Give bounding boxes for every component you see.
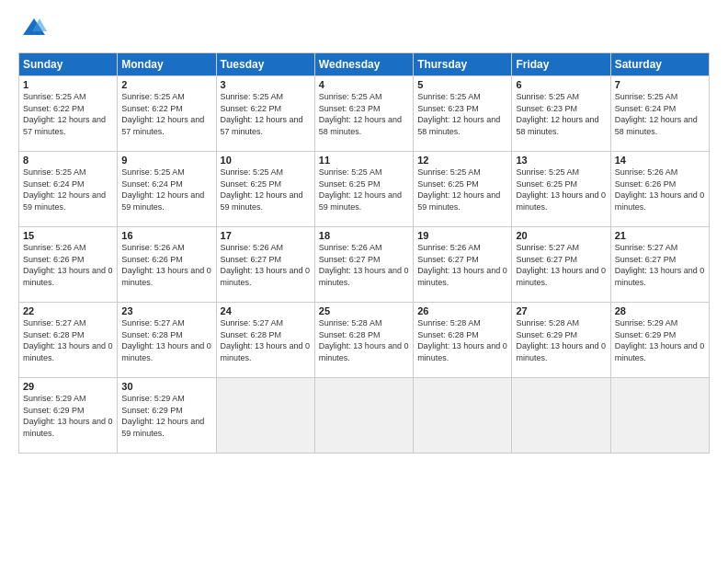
day-number: 14: [615, 155, 705, 166]
day-number: 15: [23, 230, 113, 241]
calendar-cell: 15Sunrise: 5:26 AM Sunset: 6:26 PM Dayli…: [19, 227, 118, 303]
cell-info: Sunrise: 5:26 AM Sunset: 6:26 PM Dayligh…: [615, 167, 705, 213]
day-number: 16: [121, 230, 211, 241]
calendar-cell: 19Sunrise: 5:26 AM Sunset: 6:27 PM Dayli…: [414, 227, 512, 303]
header-monday: Monday: [118, 53, 216, 76]
calendar-cell: [512, 378, 610, 454]
day-number: 30: [121, 381, 211, 392]
day-number: 23: [121, 305, 211, 316]
day-number: 6: [516, 79, 606, 90]
cell-info: Sunrise: 5:25 AM Sunset: 6:25 PM Dayligh…: [319, 167, 409, 213]
cell-info: Sunrise: 5:26 AM Sunset: 6:26 PM Dayligh…: [23, 242, 113, 288]
cell-info: Sunrise: 5:28 AM Sunset: 6:28 PM Dayligh…: [319, 317, 409, 363]
cell-info: Sunrise: 5:25 AM Sunset: 6:23 PM Dayligh…: [319, 91, 409, 137]
day-number: 5: [417, 79, 507, 90]
week-row-2: 15Sunrise: 5:26 AM Sunset: 6:26 PM Dayli…: [19, 227, 710, 303]
cell-info: Sunrise: 5:26 AM Sunset: 6:26 PM Dayligh…: [121, 242, 211, 288]
cell-info: Sunrise: 5:26 AM Sunset: 6:27 PM Dayligh…: [221, 242, 311, 288]
calendar-cell: 13Sunrise: 5:25 AM Sunset: 6:25 PM Dayli…: [512, 152, 610, 227]
logo: [18, 15, 47, 45]
cell-info: Sunrise: 5:27 AM Sunset: 6:28 PM Dayligh…: [23, 317, 113, 363]
day-number: 13: [516, 155, 606, 166]
calendar-cell: 22Sunrise: 5:27 AM Sunset: 6:28 PM Dayli…: [19, 303, 118, 378]
header-tuesday: Tuesday: [216, 53, 314, 76]
day-number: 7: [615, 79, 705, 90]
calendar-cell: [610, 378, 709, 454]
cell-info: Sunrise: 5:29 AM Sunset: 6:29 PM Dayligh…: [121, 393, 211, 439]
calendar-cell: 8Sunrise: 5:25 AM Sunset: 6:24 PM Daylig…: [19, 152, 118, 227]
week-row-1: 8Sunrise: 5:25 AM Sunset: 6:24 PM Daylig…: [19, 152, 710, 227]
cell-info: Sunrise: 5:28 AM Sunset: 6:29 PM Dayligh…: [516, 317, 606, 363]
calendar-cell: 14Sunrise: 5:26 AM Sunset: 6:26 PM Dayli…: [610, 152, 709, 227]
day-number: 4: [319, 79, 409, 90]
day-number: 25: [319, 305, 409, 316]
cell-info: Sunrise: 5:26 AM Sunset: 6:27 PM Dayligh…: [319, 242, 409, 288]
cell-info: Sunrise: 5:27 AM Sunset: 6:27 PM Dayligh…: [615, 242, 705, 288]
header-saturday: Saturday: [610, 53, 709, 76]
day-number: 21: [615, 230, 705, 241]
calendar-cell: 27Sunrise: 5:28 AM Sunset: 6:29 PM Dayli…: [512, 303, 610, 378]
calendar-cell: 4Sunrise: 5:25 AM Sunset: 6:23 PM Daylig…: [314, 76, 413, 152]
cell-info: Sunrise: 5:25 AM Sunset: 6:22 PM Dayligh…: [121, 91, 211, 137]
cell-info: Sunrise: 5:25 AM Sunset: 6:24 PM Dayligh…: [121, 167, 211, 213]
day-number: 17: [221, 230, 311, 241]
day-number: 3: [221, 79, 311, 90]
calendar-table: Sunday Monday Tuesday Wednesday Thursday…: [18, 52, 710, 454]
days-header-row: Sunday Monday Tuesday Wednesday Thursday…: [19, 53, 710, 76]
calendar-cell: 26Sunrise: 5:28 AM Sunset: 6:28 PM Dayli…: [414, 303, 512, 378]
week-row-4: 29Sunrise: 5:29 AM Sunset: 6:29 PM Dayli…: [19, 378, 710, 454]
day-number: 2: [121, 79, 211, 90]
cell-info: Sunrise: 5:25 AM Sunset: 6:24 PM Dayligh…: [615, 91, 705, 137]
cell-info: Sunrise: 5:25 AM Sunset: 6:24 PM Dayligh…: [23, 167, 113, 213]
cell-info: Sunrise: 5:25 AM Sunset: 6:25 PM Dayligh…: [221, 167, 311, 213]
day-number: 26: [417, 305, 507, 316]
calendar-cell: 2Sunrise: 5:25 AM Sunset: 6:22 PM Daylig…: [118, 76, 216, 152]
header-wednesday: Wednesday: [314, 53, 413, 76]
cell-info: Sunrise: 5:27 AM Sunset: 6:28 PM Dayligh…: [221, 317, 311, 363]
cell-info: Sunrise: 5:25 AM Sunset: 6:23 PM Dayligh…: [516, 91, 606, 137]
calendar-cell: 18Sunrise: 5:26 AM Sunset: 6:27 PM Dayli…: [314, 227, 413, 303]
day-number: 8: [23, 155, 113, 166]
calendar-cell: 7Sunrise: 5:25 AM Sunset: 6:24 PM Daylig…: [610, 76, 709, 152]
day-number: 19: [417, 230, 507, 241]
calendar-cell: 24Sunrise: 5:27 AM Sunset: 6:28 PM Dayli…: [216, 303, 314, 378]
cell-info: Sunrise: 5:27 AM Sunset: 6:27 PM Dayligh…: [516, 242, 606, 288]
calendar-cell: 6Sunrise: 5:25 AM Sunset: 6:23 PM Daylig…: [512, 76, 610, 152]
calendar-cell: 25Sunrise: 5:28 AM Sunset: 6:28 PM Dayli…: [314, 303, 413, 378]
calendar-cell: [314, 378, 413, 454]
day-number: 22: [23, 305, 113, 316]
day-number: 20: [516, 230, 606, 241]
calendar-cell: 16Sunrise: 5:26 AM Sunset: 6:26 PM Dayli…: [118, 227, 216, 303]
cell-info: Sunrise: 5:29 AM Sunset: 6:29 PM Dayligh…: [615, 317, 705, 363]
calendar-cell: 10Sunrise: 5:25 AM Sunset: 6:25 PM Dayli…: [216, 152, 314, 227]
day-number: 1: [23, 79, 113, 90]
cell-info: Sunrise: 5:25 AM Sunset: 6:22 PM Dayligh…: [221, 91, 311, 137]
calendar-cell: [216, 378, 314, 454]
day-number: 29: [23, 381, 113, 392]
week-row-0: 1Sunrise: 5:25 AM Sunset: 6:22 PM Daylig…: [19, 76, 710, 152]
calendar-cell: 29Sunrise: 5:29 AM Sunset: 6:29 PM Dayli…: [19, 378, 118, 454]
logo-block: [18, 15, 47, 45]
cell-info: Sunrise: 5:25 AM Sunset: 6:22 PM Dayligh…: [23, 91, 113, 137]
calendar-cell: 1Sunrise: 5:25 AM Sunset: 6:22 PM Daylig…: [19, 76, 118, 152]
cell-info: Sunrise: 5:26 AM Sunset: 6:27 PM Dayligh…: [417, 242, 507, 288]
logo-icon: [21, 15, 47, 40]
calendar-cell: 20Sunrise: 5:27 AM Sunset: 6:27 PM Dayli…: [512, 227, 610, 303]
header-sunday: Sunday: [19, 53, 118, 76]
calendar-cell: 11Sunrise: 5:25 AM Sunset: 6:25 PM Dayli…: [314, 152, 413, 227]
header-thursday: Thursday: [414, 53, 512, 76]
day-number: 9: [121, 155, 211, 166]
day-number: 12: [417, 155, 507, 166]
calendar-cell: 17Sunrise: 5:26 AM Sunset: 6:27 PM Dayli…: [216, 227, 314, 303]
calendar-cell: 3Sunrise: 5:25 AM Sunset: 6:22 PM Daylig…: [216, 76, 314, 152]
page: Sunday Monday Tuesday Wednesday Thursday…: [0, 0, 728, 563]
cell-info: Sunrise: 5:28 AM Sunset: 6:28 PM Dayligh…: [417, 317, 507, 363]
calendar-cell: 5Sunrise: 5:25 AM Sunset: 6:23 PM Daylig…: [414, 76, 512, 152]
header: [18, 15, 710, 45]
cell-info: Sunrise: 5:27 AM Sunset: 6:28 PM Dayligh…: [121, 317, 211, 363]
day-number: 11: [319, 155, 409, 166]
day-number: 10: [221, 155, 311, 166]
calendar-cell: 21Sunrise: 5:27 AM Sunset: 6:27 PM Dayli…: [610, 227, 709, 303]
header-friday: Friday: [512, 53, 610, 76]
day-number: 28: [615, 305, 705, 316]
